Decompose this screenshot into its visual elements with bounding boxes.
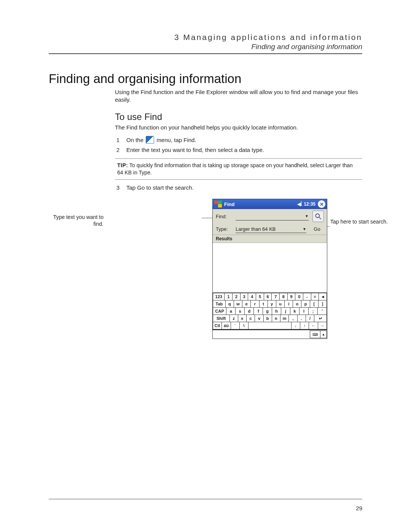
key-shift[interactable]: Shift	[213, 315, 230, 322]
type-label: Type:	[216, 226, 232, 232]
find-dropdown-icon[interactable]: ▼	[305, 214, 309, 218]
key-enter[interactable]: ↵	[314, 315, 327, 322]
page-number: 29	[356, 505, 362, 511]
key-7[interactable]: 7	[272, 293, 280, 300]
speaker-icon: ◀ἰ	[297, 201, 302, 207]
device-titlebar: Find ◀ἰ 12:35 ✕	[213, 199, 327, 209]
key-comma[interactable]: ,	[289, 315, 297, 322]
key-backspace[interactable]: ◄	[319, 293, 327, 300]
key-r[interactable]: r	[251, 300, 259, 308]
kbd-row-2: Tab q w e r t y u i o p [ ]	[213, 300, 327, 308]
key-down[interactable]: ↓	[292, 322, 300, 329]
key-apostrophe[interactable]: '	[318, 308, 327, 315]
key-slash[interactable]: /	[306, 315, 314, 322]
device-bottom-bar: ⌨ ▲	[213, 329, 327, 339]
key-w[interactable]: w	[234, 300, 242, 308]
key-6[interactable]: 6	[264, 293, 272, 300]
tip-text: To quickly find information that is taki…	[117, 162, 353, 176]
key-l[interactable]: l	[299, 308, 309, 315]
key-right[interactable]: →	[318, 322, 327, 329]
key-up[interactable]: ↑	[300, 322, 309, 329]
input-method-menu-icon[interactable]: ▲	[320, 331, 327, 338]
footer-rule	[49, 499, 362, 499]
type-value: Larger than 64 KB	[236, 226, 303, 232]
subheading-to-use-find: To use Find	[115, 112, 362, 122]
key-g[interactable]: g	[263, 308, 272, 315]
key-9[interactable]: 9	[288, 293, 296, 300]
key-h[interactable]: h	[272, 308, 281, 315]
key-p[interactable]: p	[301, 300, 310, 308]
key-space[interactable]	[249, 322, 292, 329]
tip-box: TIP: To quickly find information that is…	[115, 158, 362, 180]
key-2[interactable]: 2	[233, 293, 241, 300]
key-cap[interactable]: CAP	[213, 308, 226, 315]
figure-wrapper: Type text you want to find. Tap here to …	[49, 199, 362, 359]
close-button[interactable]: ✕	[318, 200, 325, 208]
results-area	[213, 243, 327, 292]
key-n[interactable]: n	[272, 315, 280, 322]
keyboard-toggle-icon[interactable]: ⌨	[310, 331, 320, 338]
key-0[interactable]: 0	[295, 293, 303, 300]
step-1-text-a: On the	[126, 137, 143, 143]
find-row: Find: ▼	[213, 209, 327, 224]
key-period[interactable]: .	[298, 315, 306, 322]
svg-line-1	[319, 217, 321, 219]
key-a[interactable]: a	[226, 308, 236, 315]
soft-keyboard[interactable]: 123 1 2 3 4 5 6 7 8 9 0 - = ◄ Tab	[213, 292, 327, 329]
key-x[interactable]: x	[238, 315, 247, 322]
key-equals[interactable]: =	[311, 293, 319, 300]
key-3[interactable]: 3	[241, 293, 249, 300]
key-accent[interactable]: áü	[222, 322, 231, 329]
key-b[interactable]: b	[264, 315, 272, 322]
key-ctl[interactable]: Ctl	[213, 322, 222, 329]
key-backslash[interactable]: \	[240, 322, 249, 329]
search-icon[interactable]	[312, 211, 324, 222]
chapter-title: 3 Managing applications and information	[49, 33, 362, 42]
pocketpc-screenshot: Find ◀ἰ 12:35 ✕ Find: ▼ Type: Larger tha…	[212, 199, 327, 339]
step-1-text-b: menu, tap Find.	[156, 137, 196, 143]
key-j[interactable]: j	[281, 308, 290, 315]
type-dropdown-icon[interactable]: ▼	[303, 227, 306, 231]
page-heading: Finding and organising information	[49, 72, 362, 86]
key-5[interactable]: 5	[256, 293, 264, 300]
key-123[interactable]: 123	[213, 293, 225, 300]
key-m[interactable]: m	[280, 315, 289, 322]
key-bracket-l[interactable]: [	[310, 300, 319, 308]
running-header: 3 Managing applications and information …	[49, 33, 362, 54]
key-tab[interactable]: Tab	[213, 300, 226, 308]
key-u[interactable]: u	[276, 300, 285, 308]
key-c[interactable]: c	[247, 315, 255, 322]
key-d[interactable]: d	[245, 308, 254, 315]
key-t[interactable]: t	[260, 300, 268, 308]
device-clock: ◀ἰ 12:35	[297, 201, 315, 207]
key-k[interactable]: k	[290, 308, 299, 315]
find-label: Find:	[216, 214, 232, 219]
go-button[interactable]: Go	[310, 226, 324, 232]
key-v[interactable]: v	[255, 315, 263, 322]
key-f[interactable]: f	[254, 308, 263, 315]
key-e[interactable]: e	[242, 300, 251, 308]
step-3: 3 Tap Go to start the search.	[115, 184, 362, 192]
start-flag-icon[interactable]	[214, 201, 222, 208]
key-8[interactable]: 8	[280, 293, 288, 300]
key-backtick[interactable]: `	[231, 322, 240, 329]
windows-start-icon	[146, 136, 154, 144]
key-left[interactable]: ←	[309, 322, 318, 329]
key-o[interactable]: o	[293, 300, 301, 308]
key-bracket-r[interactable]: ]	[319, 300, 327, 308]
results-header: Results	[213, 235, 327, 243]
step-2-text: Enter the text you want to find, then se…	[126, 146, 264, 155]
key-q[interactable]: q	[226, 300, 234, 308]
key-z[interactable]: z	[230, 315, 238, 322]
key-4[interactable]: 4	[248, 293, 256, 300]
type-select[interactable]: Larger than 64 KB ▼	[236, 225, 306, 233]
device-app-title: Find	[224, 201, 234, 207]
key-minus[interactable]: -	[303, 293, 311, 300]
find-input[interactable]: ▼	[236, 212, 309, 220]
key-i[interactable]: i	[285, 300, 293, 308]
key-y[interactable]: y	[268, 300, 276, 308]
key-semicolon[interactable]: ;	[309, 308, 318, 315]
key-s[interactable]: s	[236, 308, 245, 315]
key-1[interactable]: 1	[225, 293, 233, 300]
svg-point-0	[315, 214, 319, 217]
